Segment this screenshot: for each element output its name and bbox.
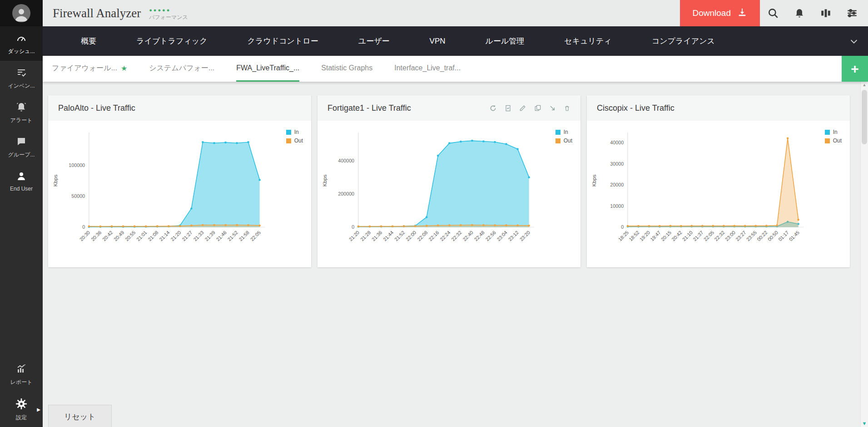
svg-text:22:05: 22:05 — [703, 230, 715, 242]
copy-icon[interactable] — [534, 104, 541, 112]
svg-text:20:30: 20:30 — [79, 230, 91, 242]
user-avatar[interactable] — [0, 0, 43, 26]
widget-title: Ciscopix - Live Traffic — [597, 103, 675, 113]
svg-text:Kbps: Kbps — [322, 174, 327, 187]
nav-item-users[interactable]: ユーザー — [338, 36, 410, 46]
tab-label: Statistic Graphs — [321, 64, 372, 72]
scroll-down-arrow-icon[interactable]: ▼ — [861, 421, 868, 426]
svg-text:0: 0 — [352, 224, 354, 230]
sidebar-item-label: グループ... — [8, 151, 35, 159]
svg-text:21:58: 21:58 — [238, 230, 250, 242]
svg-text:00:22: 00:22 — [756, 230, 768, 242]
nav-item-cloud-control[interactable]: クラウドコントロー — [228, 36, 338, 46]
dashboard-tabbar: ファイアウォール... ★ システムパフォー... FWA_LiveTraffi… — [43, 56, 868, 82]
live-traffic-chart: 020000040000021:2021:2821:3621:4421:5222… — [319, 124, 579, 262]
svg-text:18:52: 18:52 — [628, 230, 640, 242]
legend-in-label: In — [294, 129, 299, 135]
chart-legend: In Out — [556, 129, 572, 146]
alert-icon — [16, 102, 27, 114]
notifications-bell-icon[interactable] — [786, 0, 813, 26]
apps-columns-icon[interactable] — [813, 0, 839, 26]
sidebar-item-alerts[interactable]: アラート — [0, 95, 43, 130]
svg-text:01:45: 01:45 — [788, 230, 800, 242]
app-title: Firewall Analyzer — [53, 6, 141, 20]
tab-fwa-livetraffic[interactable]: FWA_LiveTraffic_... — [236, 56, 299, 82]
chart-legend: In Out — [286, 129, 303, 146]
sidebar-item-label: End User — [10, 186, 33, 192]
svg-text:20:15: 20:15 — [660, 230, 672, 242]
sidebar-item-inventory[interactable]: インベン... — [0, 61, 43, 95]
sidebar-item-groups[interactable]: グループ... — [0, 130, 43, 164]
svg-text:19:47: 19:47 — [649, 230, 661, 242]
tab-system-performance[interactable]: システムパフォー... — [149, 56, 214, 82]
tab-label: システムパフォー... — [149, 64, 214, 73]
reset-button[interactable]: リセット — [48, 405, 112, 427]
reports-icon — [16, 363, 27, 376]
chart-container: 05000010000020:3020:3620:4220:4920:5521:… — [48, 121, 311, 267]
svg-text:21:44: 21:44 — [382, 230, 394, 242]
scroll-up-arrow-icon[interactable]: ▲ — [861, 83, 868, 87]
svg-text:23:27: 23:27 — [734, 230, 747, 242]
svg-text:200000: 200000 — [338, 191, 354, 196]
svg-text:21:20: 21:20 — [348, 230, 360, 242]
widget-card-paloalto: PaloAlto - Live Traffic 05000010000020:3… — [48, 95, 311, 267]
svg-text:21:20: 21:20 — [169, 230, 182, 242]
svg-text:19:20: 19:20 — [639, 230, 651, 242]
svg-text:21:52: 21:52 — [226, 230, 238, 242]
svg-text:23:20: 23:20 — [519, 230, 531, 242]
svg-text:00:50: 00:50 — [767, 230, 779, 242]
svg-text:50000: 50000 — [71, 193, 85, 199]
add-dashboard-button[interactable]: + — [842, 56, 868, 82]
download-button[interactable]: Download — [680, 0, 760, 26]
widget-card-ciscopix: Ciscopix - Live Traffic 0100002000030000… — [587, 95, 850, 267]
legend-in: In — [286, 129, 303, 135]
sidebar-item-label: インベン... — [8, 82, 35, 90]
svg-text:10000: 10000 — [610, 203, 624, 209]
popout-icon[interactable] — [549, 105, 556, 112]
svg-text:21:01: 21:01 — [135, 230, 148, 242]
edit-icon[interactable] — [519, 104, 526, 112]
legend-in: In — [556, 129, 572, 135]
delete-icon[interactable] — [564, 105, 570, 112]
svg-text:20:55: 20:55 — [124, 230, 136, 242]
refresh-icon[interactable] — [489, 104, 497, 112]
nav-item-vpn[interactable]: VPN — [410, 37, 466, 46]
search-icon[interactable] — [760, 0, 786, 26]
tab-statistic-graphs[interactable]: Statistic Graphs — [321, 56, 372, 82]
sidebar-item-settings[interactable]: 設定 ▶ — [0, 392, 43, 427]
svg-text:0: 0 — [621, 224, 624, 230]
person-icon — [13, 6, 30, 22]
sidebar-item-reports[interactable]: レポート — [0, 357, 43, 392]
svg-text:20:49: 20:49 — [113, 230, 125, 242]
svg-text:Kbps: Kbps — [591, 174, 597, 187]
svg-text:22:32: 22:32 — [713, 230, 725, 242]
tab-interface-live-traffic[interactable]: Interface_Live_traf... — [394, 56, 461, 82]
inventory-icon — [16, 67, 27, 79]
nav-item-live-traffic[interactable]: ライブトラフィック — [116, 36, 228, 46]
svg-text:21:46: 21:46 — [215, 230, 227, 242]
chart-container: 01000020000300004000018:2518:5219:2019:4… — [587, 121, 850, 267]
nav-chevron-down-icon[interactable] — [849, 36, 859, 46]
nav-item-overview[interactable]: 概要 — [61, 36, 116, 46]
svg-text:20000: 20000 — [610, 182, 624, 187]
sidebar: ダッシュ... インベン... アラート グループ... End User — [0, 0, 43, 427]
nav-item-security[interactable]: セキュリティ — [544, 36, 631, 46]
submenu-arrow-icon: ▶ — [37, 407, 40, 412]
svg-text:23:55: 23:55 — [745, 230, 758, 242]
main-navbar: 概要 ライブトラフィック クラウドコントロー ユーザー VPN ルール管理 セキ… — [43, 26, 868, 56]
legend-out-label: Out — [833, 137, 842, 144]
svg-text:01:17: 01:17 — [777, 230, 789, 242]
tab-firewall[interactable]: ファイアウォール... ★ — [52, 56, 127, 82]
sidebar-item-dashboard[interactable]: ダッシュ... — [0, 26, 43, 61]
legend-in: In — [825, 129, 842, 135]
scrollbar-thumb[interactable] — [862, 90, 867, 144]
nav-item-compliance[interactable]: コンプライアンス — [632, 36, 735, 46]
settings-sliders-icon[interactable] — [839, 0, 865, 26]
vertical-scrollbar[interactable]: ▲ ▼ — [860, 82, 868, 427]
sidebar-item-end-user[interactable]: End User — [0, 164, 43, 197]
legend-in-swatch — [286, 130, 291, 135]
dashboard-icon — [16, 33, 27, 45]
nav-item-rule-management[interactable]: ルール管理 — [466, 36, 545, 46]
svg-text:20:42: 20:42 — [101, 230, 114, 242]
export-report-icon[interactable] — [505, 105, 511, 112]
